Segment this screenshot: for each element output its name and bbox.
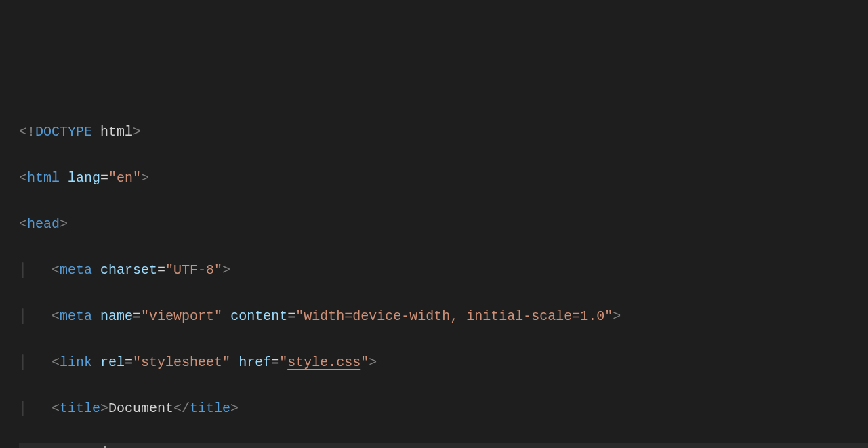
bracket: < — [51, 262, 60, 278]
link-href[interactable]: style.css — [287, 354, 360, 370]
string: "stylesheet" — [133, 354, 230, 370]
bracket: > — [100, 401, 108, 416]
code-line[interactable]: │ <link rel="stylesheet" href="style.css… — [19, 351, 868, 374]
attribute-name: href — [239, 354, 271, 370]
tag-name: meta — [60, 262, 92, 278]
bracket: < — [19, 170, 27, 186]
bracket: < — [19, 216, 27, 232]
bracket: > — [613, 308, 621, 324]
bracket: > — [222, 262, 230, 278]
text-content: Document — [108, 401, 173, 416]
code-line-active[interactable]: </head> — [19, 443, 868, 448]
tag-name: meta — [60, 308, 92, 324]
bracket: < — [51, 401, 60, 416]
code-line[interactable]: │ <meta charset="UTF-8"> — [19, 259, 868, 282]
doctype-keyword: DOCTYPE — [35, 124, 92, 140]
bracket: > — [133, 124, 141, 140]
string: "viewport" — [141, 308, 222, 324]
attribute-name: charset — [100, 262, 157, 278]
attribute-name: lang — [68, 170, 100, 186]
tag-name: html — [27, 170, 60, 186]
code-line[interactable]: <head> — [19, 213, 868, 236]
code-line[interactable]: │ <meta name="viewport" content="width=d… — [19, 305, 868, 328]
bracket: > — [141, 170, 149, 186]
code-line[interactable]: <!DOCTYPE html> — [19, 121, 868, 144]
attribute-name: name — [100, 308, 133, 324]
code-line[interactable]: <html lang="en"> — [19, 167, 868, 190]
bracket: <! — [19, 124, 35, 140]
bracket: </ — [173, 401, 190, 416]
bracket: > — [60, 216, 68, 232]
attribute-name: rel — [100, 354, 125, 370]
tag-name: title — [190, 401, 230, 416]
tag-name: link — [60, 354, 92, 370]
bracket: > — [230, 401, 239, 416]
string: " — [279, 354, 287, 370]
attribute-name: content — [230, 308, 287, 324]
bracket: < — [51, 354, 60, 370]
tag-name: title — [60, 401, 100, 416]
string: "en" — [108, 170, 141, 186]
string: "UTF-8" — [165, 262, 222, 278]
string: " — [360, 354, 369, 370]
text: html — [92, 124, 133, 140]
tag-name: head — [27, 216, 60, 232]
bracket: > — [369, 354, 377, 370]
string: "width=device-width, initial-scale=1.0" — [295, 308, 613, 324]
code-editor[interactable]: <!DOCTYPE html> <html lang="en"> <head> … — [0, 98, 868, 448]
bracket: < — [51, 308, 60, 324]
code-line[interactable]: │ <title>Document</title> — [19, 397, 868, 420]
